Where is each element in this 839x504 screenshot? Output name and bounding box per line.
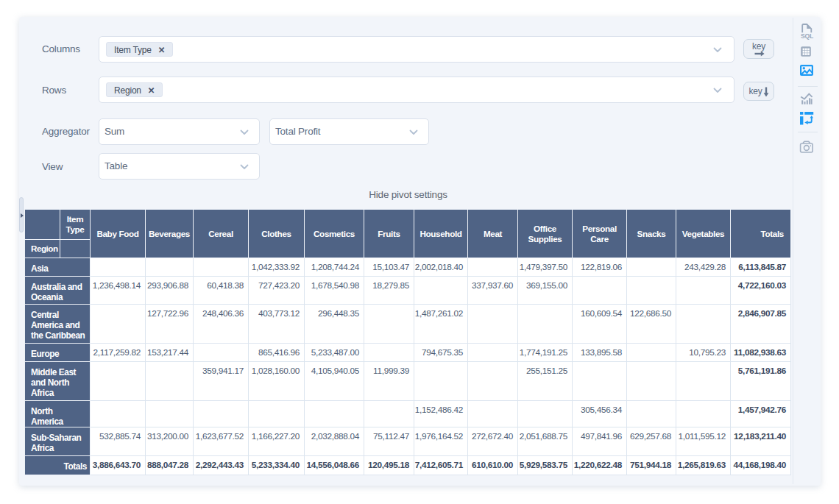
svg-text:SQL: SQL (801, 32, 813, 40)
